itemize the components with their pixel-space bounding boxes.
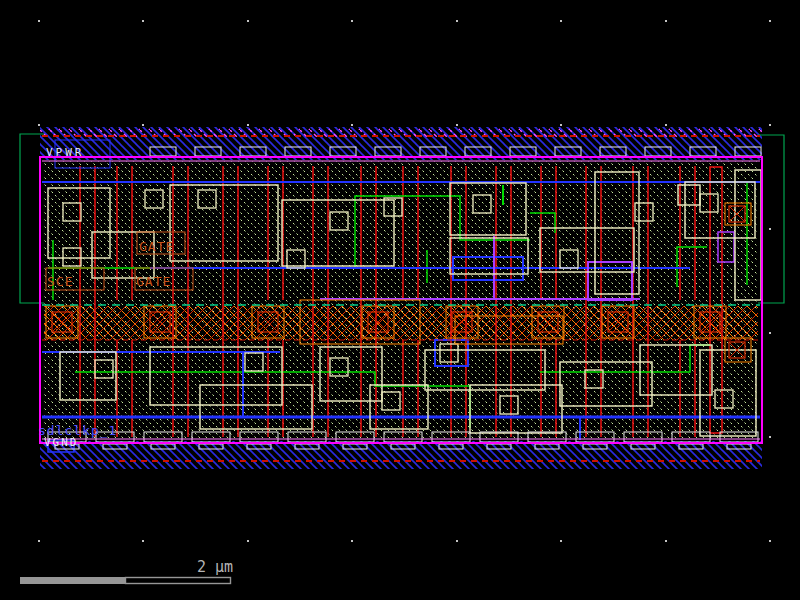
scale-bar-label: 2 µm (197, 558, 233, 576)
layout-geometry (20, 127, 784, 469)
cell-name-label: sdlclkp_1 (38, 423, 117, 438)
scale-bar: 2 µm (20, 558, 233, 584)
sce-pin-label: SCE (47, 274, 73, 289)
vpwr-pin-label: VPWR (46, 146, 85, 159)
layout-viewport[interactable]: VPWR VGND sdlclkp_1 GATE GATE SCE 2 µm (0, 0, 800, 600)
scale-bar-solid-segment (20, 577, 125, 584)
gate-pin-label-top: GATE (139, 239, 174, 254)
layout-canvas[interactable]: VPWR VGND sdlclkp_1 GATE GATE SCE 2 µm (0, 0, 800, 600)
scale-bar-hollow-segment (126, 578, 231, 584)
gate-pin-label-bottom: GATE (136, 274, 171, 289)
